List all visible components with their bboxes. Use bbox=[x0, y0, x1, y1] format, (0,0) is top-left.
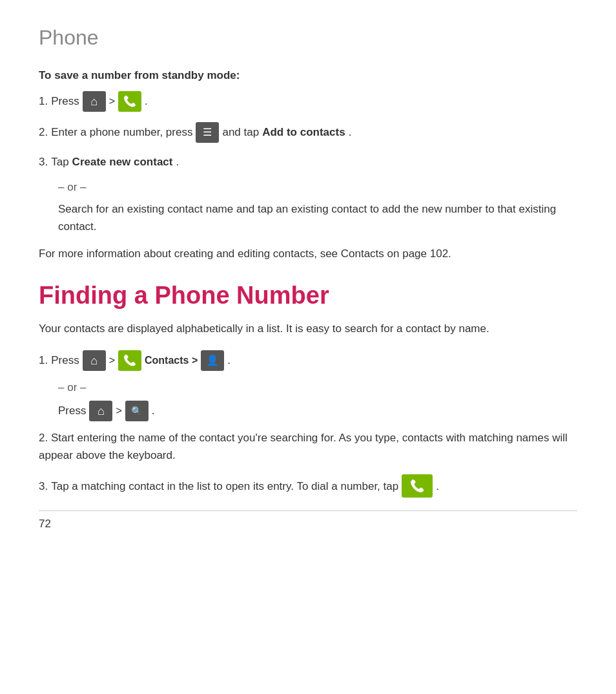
phone-green-icon bbox=[118, 91, 141, 112]
home-icon-3 bbox=[89, 401, 112, 421]
step1-number: 1. bbox=[39, 92, 48, 110]
step2-number: 2. bbox=[39, 123, 48, 141]
step3-number: 3. bbox=[39, 153, 48, 171]
s2-step2-text: Start entering the name of the contact y… bbox=[39, 432, 568, 461]
s2-step1-number: 1. bbox=[39, 352, 48, 369]
s2-step2-number: 2. bbox=[39, 432, 51, 444]
s2-step1b-prefix: Press bbox=[58, 402, 86, 419]
chevron-icon: > bbox=[109, 93, 115, 110]
phone-green-icon-2 bbox=[118, 350, 141, 371]
chevron-3: > bbox=[116, 403, 121, 419]
step1-prefix: Press bbox=[51, 92, 79, 110]
step3-suffix: . bbox=[176, 153, 180, 171]
chevron-2: > bbox=[109, 352, 115, 369]
home-icon-2 bbox=[83, 350, 106, 371]
s2-step3-suffix: . bbox=[436, 478, 439, 495]
search-icon bbox=[125, 401, 149, 421]
sub-text-1: Search for an existing contact name and … bbox=[58, 200, 577, 235]
step2-bold: Add to contacts bbox=[262, 123, 345, 141]
step1-suffix: . bbox=[145, 92, 148, 110]
s2-step1-suffix: . bbox=[227, 352, 231, 369]
page-title: Phone bbox=[39, 26, 577, 50]
step1: 1. Press > . bbox=[39, 91, 577, 112]
step2-text: Enter a phone number, press bbox=[51, 123, 192, 141]
or-block-2: – or – bbox=[58, 381, 577, 394]
step2-suffix: . bbox=[349, 123, 352, 141]
section2-step1: 1. Press > Contacts > . bbox=[39, 350, 577, 371]
contacts-icon bbox=[201, 350, 224, 371]
page-number: 72 bbox=[39, 518, 577, 531]
section2-desc: Your contacts are displayed alphabetical… bbox=[39, 320, 577, 337]
step2: 2. Enter a phone number, press and tap A… bbox=[39, 122, 577, 143]
s2-step3-number: 3. bbox=[39, 478, 48, 495]
step2-connector: and tap bbox=[222, 123, 259, 141]
section2-step2: 2. Start entering the name of the contac… bbox=[39, 429, 577, 464]
menu-icon bbox=[196, 122, 219, 143]
step3: 3. Tap Create new contact . bbox=[39, 153, 577, 171]
step3-bold: Create new contact bbox=[72, 153, 173, 171]
s2-step3-text: Tap a matching contact in the list to op… bbox=[51, 478, 398, 495]
home-icon bbox=[83, 91, 106, 112]
contacts-label: Contacts > bbox=[145, 352, 198, 369]
s2-step1b-suffix: . bbox=[152, 402, 155, 419]
s2-step1-prefix: Press bbox=[51, 352, 79, 369]
or-text-1: – or – bbox=[58, 181, 86, 193]
section2-heading: Finding a Phone Number bbox=[39, 282, 577, 310]
step3-prefix: Tap bbox=[51, 153, 68, 171]
or-block-1: – or – bbox=[58, 181, 577, 194]
section1-heading: To save a number from standby mode: bbox=[39, 69, 577, 82]
phone-green-icon-3 bbox=[402, 474, 433, 498]
or-text-2: – or – bbox=[58, 381, 86, 394]
info-text: For more information about creating and … bbox=[39, 245, 577, 262]
section2-step1b: Press > . bbox=[58, 401, 577, 421]
page-divider bbox=[39, 510, 577, 511]
section2-step3: 3. Tap a matching contact in the list to… bbox=[39, 474, 577, 498]
